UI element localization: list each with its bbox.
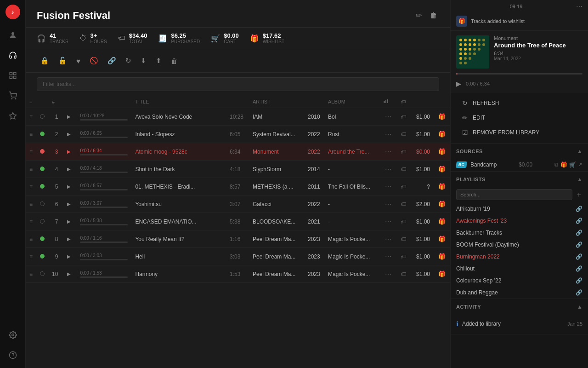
sidebar-item-help[interactable]: [5, 347, 21, 363]
bandcamp-gift-btn[interactable]: 🎁: [560, 161, 567, 168]
track-add-to-cart[interactable]: 🎁: [434, 161, 450, 178]
track-stats-btn[interactable]: ⋯: [379, 161, 397, 178]
sidebar-item-settings[interactable]: [5, 327, 21, 343]
playlists-search-input[interactable]: [456, 189, 572, 200]
sidebar-item-star[interactable]: [5, 108, 21, 124]
track-add-to-cart[interactable]: 🎁: [434, 196, 450, 213]
play-button[interactable]: ▶: [62, 230, 76, 248]
sidebar-item-user[interactable]: [5, 27, 21, 43]
playlist-item[interactable]: Chillout 🔗: [451, 263, 588, 275]
play-button[interactable]: ▶: [62, 248, 76, 265]
app-logo[interactable]: ♪: [6, 5, 20, 19]
track-progress[interactable]: 0:00 / 10:28: [76, 108, 131, 126]
track-add-to-cart[interactable]: 🎁: [434, 265, 450, 283]
play-button[interactable]: ▶: [62, 213, 76, 230]
np-progress-bar[interactable]: [456, 73, 582, 75]
playlist-item[interactable]: Backburner Tracks 🔗: [451, 227, 588, 239]
sidebar-item-cart[interactable]: [5, 87, 21, 104]
col-header-artist[interactable]: ARTIST: [249, 96, 304, 108]
track-progress[interactable]: 0:00 / 5:38: [76, 213, 131, 230]
col-header-title[interactable]: TITLE: [131, 96, 226, 108]
track-progress[interactable]: 0:00 / 4:18: [76, 161, 131, 178]
playlist-item[interactable]: Burningman 2022 🔗: [451, 251, 588, 263]
drag-handle[interactable]: ≡: [26, 265, 36, 283]
playlist-item[interactable]: BOOM Festival (Daytime) 🔗: [451, 239, 588, 251]
track-stats-btn[interactable]: ⋯: [379, 143, 397, 161]
drag-handle[interactable]: ≡: [26, 196, 36, 213]
delete-button[interactable]: 🗑: [167, 54, 181, 68]
track-stats-btn[interactable]: ⋯: [379, 108, 397, 126]
heart-button[interactable]: ♥: [73, 54, 84, 68]
play-button[interactable]: ▶: [62, 143, 76, 161]
play-button[interactable]: ▶: [62, 108, 76, 126]
remove-from-library-action[interactable]: ☑ REMOVE FROM LIBRARY: [456, 126, 582, 139]
np-play-button[interactable]: ▶: [456, 80, 461, 87]
more-options-button[interactable]: ⋯: [576, 3, 582, 10]
bandcamp-copy-btn[interactable]: ⧉: [554, 161, 559, 168]
filter-input[interactable]: [37, 77, 439, 91]
track-add-to-cart[interactable]: 🎁: [434, 230, 450, 248]
track-progress[interactable]: 0:00 / 6:34: [76, 143, 131, 161]
delete-playlist-button[interactable]: 🗑: [428, 9, 439, 22]
track-add-to-cart[interactable]: 🎁: [434, 178, 450, 196]
playlist-item[interactable]: Dub and Reggae 🔗: [451, 287, 588, 299]
track-add-to-cart[interactable]: 🎁: [434, 108, 450, 126]
playlist-item[interactable]: Afrikaburn '19 🔗: [451, 203, 588, 215]
drag-handle[interactable]: ≡: [26, 126, 36, 143]
refresh-button[interactable]: ↻: [122, 54, 135, 68]
activity-header[interactable]: ACTIVITY ▲: [451, 299, 588, 314]
track-progress[interactable]: 0:00 / 6:05: [76, 126, 131, 143]
edit-title-button[interactable]: ✏: [414, 9, 424, 22]
track-stats-btn[interactable]: ⋯: [379, 126, 397, 143]
playlist-item[interactable]: Awakenings Fest '23 🔗: [451, 215, 588, 227]
unlock-button[interactable]: 🔓: [55, 54, 71, 68]
track-title: Shot in the Dark: [131, 161, 226, 178]
drag-handle[interactable]: ≡: [26, 230, 36, 248]
play-button[interactable]: ▶: [62, 178, 76, 196]
add-to-library-button[interactable]: 🔒: [37, 54, 53, 68]
track-stats-btn[interactable]: ⋯: [379, 265, 397, 283]
drag-handle[interactable]: ≡: [26, 161, 36, 178]
track-add-to-cart[interactable]: 🎁: [434, 143, 450, 161]
track-add-to-cart[interactable]: 🎁: [434, 126, 450, 143]
edit-action[interactable]: ✏ EDIT: [456, 111, 582, 125]
drag-handle[interactable]: ≡: [26, 108, 36, 126]
link-button[interactable]: 🔗: [104, 54, 120, 68]
refresh-action[interactable]: ↻ REFRESH: [456, 96, 582, 110]
track-stats-btn[interactable]: ⋯: [379, 230, 397, 248]
track-progress[interactable]: 0:00 / 1:16: [76, 230, 131, 248]
playlists-header[interactable]: PLAYLISTS ▲: [451, 172, 588, 186]
add-playlist-button[interactable]: ＋: [575, 190, 582, 200]
play-button[interactable]: ▶: [62, 196, 76, 213]
drag-handle[interactable]: ≡: [26, 143, 36, 161]
upload-button[interactable]: ⬆: [152, 54, 165, 68]
download-button[interactable]: ⬇: [137, 54, 150, 68]
sidebar-item-headphones[interactable]: [5, 47, 21, 63]
track-stats-btn[interactable]: ⋯: [379, 196, 397, 213]
sources-section: SOURCES ▲ BC Bandcamp $0.00 ⧉ 🎁 🛒 ↗: [451, 144, 588, 172]
track-progress[interactable]: 0:00 / 3:07: [76, 196, 131, 213]
bandcamp-external-btn[interactable]: ↗: [578, 161, 582, 168]
sources-header[interactable]: SOURCES ▲: [451, 144, 588, 158]
drag-handle[interactable]: ≡: [26, 178, 36, 196]
play-button[interactable]: ▶: [62, 265, 76, 283]
track-progress[interactable]: 0:00 / 8:57: [76, 178, 131, 196]
track-stats-btn[interactable]: ⋯: [379, 248, 397, 265]
track-stats-btn[interactable]: ⋯: [379, 213, 397, 230]
drag-handle[interactable]: ≡: [26, 213, 36, 230]
sidebar-item-library[interactable]: [5, 67, 21, 84]
track-add-to-cart[interactable]: 🎁: [434, 248, 450, 265]
col-header-num[interactable]: #: [48, 96, 62, 108]
track-stats-btn[interactable]: ⋯: [379, 178, 397, 196]
track-progress[interactable]: 0:00 / 3:03: [76, 248, 131, 265]
play-button[interactable]: ▶: [62, 161, 76, 178]
col-header-album[interactable]: ALBUM: [324, 96, 379, 108]
unlike-button[interactable]: 🚫: [86, 54, 102, 68]
playlist-item[interactable]: Colourbox Sep '22 🔗: [451, 275, 588, 287]
track-progress[interactable]: 0:00 / 1:53: [76, 265, 131, 283]
track-add-to-cart[interactable]: 🎁: [434, 213, 450, 230]
track-number: 6: [48, 196, 62, 213]
bandcamp-cart-btn[interactable]: 🛒: [569, 161, 576, 168]
play-button[interactable]: ▶: [62, 126, 76, 143]
drag-handle[interactable]: ≡: [26, 248, 36, 265]
